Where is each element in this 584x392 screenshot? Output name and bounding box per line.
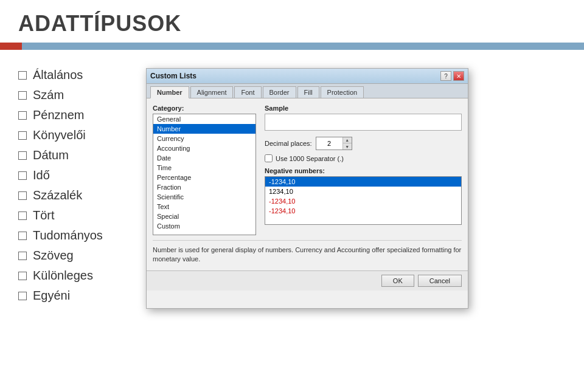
dialog-help-button[interactable]: ?: [440, 71, 451, 81]
list-item-label: Könyvelői: [33, 128, 86, 142]
list-item-label: Általános: [33, 68, 83, 82]
spinner-down-button[interactable]: ▼: [343, 143, 352, 150]
dialog-tab[interactable]: Border: [263, 86, 296, 98]
dialog-controls: ? ✕: [440, 71, 464, 81]
sample-section: Sample: [265, 105, 462, 131]
dialog-tab[interactable]: Fill: [297, 86, 319, 98]
data-type-list: ÁltalánosSzámPénznemKönyvelőiDátumIdőSzá…: [18, 68, 122, 309]
list-item-label: Különleges: [33, 269, 93, 283]
separator-checkbox[interactable]: [265, 154, 273, 162]
dialog-close-button[interactable]: ✕: [453, 71, 464, 81]
sample-box: [265, 114, 462, 131]
accent-red: [0, 43, 22, 50]
list-checkbox: [18, 91, 27, 100]
category-item[interactable]: Date: [153, 153, 255, 163]
category-item[interactable]: Percentage: [153, 173, 255, 182]
category-item[interactable]: Custom: [153, 221, 255, 231]
dialog-tab[interactable]: Font: [234, 86, 261, 98]
dialog-description: Number is used for general display of nu…: [153, 240, 462, 264]
right-panel: Sample Decimal places: 2 ▲ ▼: [265, 105, 462, 235]
list-item: Különleges: [18, 269, 122, 283]
list-item: Egyéni: [18, 289, 122, 303]
list-item-label: Százalék: [33, 188, 82, 202]
negative-item[interactable]: -1234,10: [265, 177, 461, 187]
list-checkbox: [18, 151, 27, 160]
negative-item[interactable]: -1234,10: [265, 196, 461, 206]
list-item: Szám: [18, 88, 122, 102]
dialog-footer: OK Cancel: [147, 270, 468, 291]
list-item: Tudományos: [18, 229, 122, 242]
list-checkbox: [18, 211, 27, 220]
format-cells-dialog: Custom Lists ? ✕ NumberAlignmentFontBord…: [146, 68, 468, 309]
accent-bar: [0, 43, 584, 50]
category-item[interactable]: Scientific: [153, 192, 255, 202]
negative-list[interactable]: -1234,101234,10-1234,10-1234,10: [265, 176, 462, 225]
dialog-tabs: NumberAlignmentFontBorderFillProtection: [147, 84, 468, 98]
decimal-value: 2: [316, 139, 342, 148]
dialog-body: Category: GeneralNumberCurrencyAccountin…: [147, 98, 468, 270]
list-checkbox: [18, 171, 27, 180]
negative-section: Negative numbers: -1234,101234,10-1234,1…: [265, 167, 462, 225]
list-item-label: Tudományos: [33, 229, 103, 242]
list-item-label: Szöveg: [33, 249, 74, 263]
list-checkbox: [18, 292, 27, 300]
decimal-label: Decimal places:: [265, 140, 312, 147]
list-item: Idő: [18, 168, 122, 182]
category-item[interactable]: Number: [153, 124, 255, 134]
decimal-row: Decimal places: 2 ▲ ▼: [265, 137, 462, 150]
dialog-tab[interactable]: Number: [150, 86, 189, 98]
list-checkbox: [18, 131, 27, 140]
list-item: Pénznem: [18, 108, 122, 122]
separator-label: Use 1000 Separator (.): [276, 155, 344, 162]
spinner-up-button[interactable]: ▲: [343, 137, 352, 143]
category-label: Category:: [153, 105, 256, 112]
list-item: Dátum: [18, 148, 122, 162]
page-title: ADATTÍPUSOK: [0, 0, 584, 43]
decimal-spinner[interactable]: 2 ▲ ▼: [316, 137, 352, 150]
negative-label: Negative numbers:: [265, 167, 462, 174]
list-checkbox: [18, 111, 27, 120]
category-item[interactable]: Special: [153, 211, 255, 221]
list-item: Szöveg: [18, 249, 122, 263]
list-item: Százalék: [18, 188, 122, 202]
dialog-tab[interactable]: Alignment: [190, 86, 234, 98]
category-item[interactable]: Accounting: [153, 143, 255, 153]
list-item: Tört: [18, 208, 122, 222]
negative-item[interactable]: -1234,10: [265, 206, 461, 216]
list-item-label: Szám: [33, 88, 64, 102]
accent-blue: [22, 43, 584, 50]
category-item[interactable]: Fraction: [153, 182, 255, 192]
dialog-titlebar: Custom Lists ? ✕: [147, 69, 468, 84]
list-item: Könyvelői: [18, 128, 122, 142]
list-checkbox: [18, 191, 27, 200]
list-item-label: Dátum: [33, 148, 69, 162]
cancel-button[interactable]: Cancel: [418, 275, 462, 287]
separator-row: Use 1000 Separator (.): [265, 154, 462, 162]
list-item-label: Tört: [33, 208, 55, 222]
list-checkbox: [18, 272, 27, 280]
list-checkbox: [18, 232, 27, 240]
dialog-main-row: Category: GeneralNumberCurrencyAccountin…: [153, 105, 462, 235]
dialog-tab[interactable]: Protection: [321, 86, 364, 98]
negative-item[interactable]: 1234,10: [265, 187, 461, 196]
category-list[interactable]: GeneralNumberCurrencyAccountingDateTimeP…: [153, 114, 256, 235]
spinner-arrows: ▲ ▼: [342, 137, 352, 150]
category-section: Category: GeneralNumberCurrencyAccountin…: [153, 105, 256, 235]
ok-button[interactable]: OK: [381, 275, 414, 287]
main-content: ÁltalánosSzámPénznemKönyvelőiDátumIdőSzá…: [0, 50, 584, 321]
list-item-label: Pénznem: [33, 108, 85, 122]
list-item: Általános: [18, 68, 122, 82]
list-checkbox: [18, 71, 27, 80]
sample-label: Sample: [265, 105, 462, 112]
list-item-label: Idő: [33, 168, 50, 182]
list-item-label: Egyéni: [33, 289, 70, 303]
dialog-title: Custom Lists: [150, 72, 196, 80]
category-item[interactable]: General: [153, 114, 255, 124]
list-checkbox: [18, 252, 27, 260]
category-item[interactable]: Text: [153, 202, 255, 211]
category-item[interactable]: Time: [153, 163, 255, 173]
category-item[interactable]: Currency: [153, 134, 255, 143]
